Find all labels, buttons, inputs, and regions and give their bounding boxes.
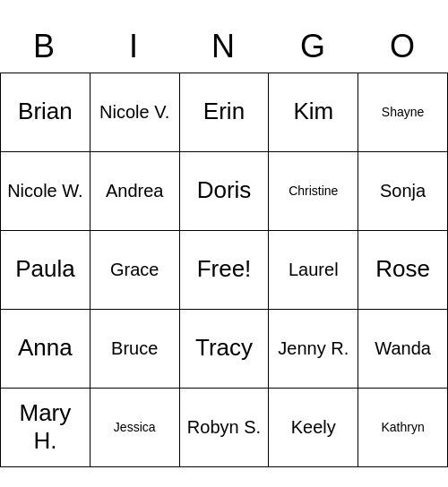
header-letter-g: G	[269, 21, 358, 73]
header-letter-n: N	[179, 21, 269, 73]
cell-text-6: Andrea	[106, 180, 164, 201]
bingo-cell-21: Jessica	[90, 389, 180, 467]
bingo-cell-13: Laurel	[269, 231, 358, 310]
bingo-cell-20: Mary H.	[1, 389, 90, 467]
header-letter-o: O	[358, 21, 448, 73]
bingo-cell-0: Brian	[1, 73, 90, 152]
cell-text-2: Erin	[203, 98, 245, 125]
cell-text-19: Wanda	[375, 337, 431, 359]
bingo-cell-19: Wanda	[358, 310, 448, 389]
bingo-cell-18: Jenny R.	[269, 310, 358, 389]
bingo-cell-22: Robyn S.	[180, 389, 270, 467]
bingo-cell-8: Christine	[269, 152, 358, 231]
bingo-cell-11: Grace	[90, 231, 180, 310]
bingo-cell-1: Nicole V.	[90, 73, 180, 152]
cell-text-13: Laurel	[289, 259, 339, 280]
cell-text-7: Doris	[197, 176, 252, 204]
bingo-cell-24: Kathryn	[358, 389, 448, 467]
cell-text-4: Shayne	[382, 105, 424, 120]
bingo-cell-12: Free!	[180, 231, 270, 310]
cell-text-3: Kim	[293, 98, 333, 125]
bingo-header: BINGO	[0, 21, 448, 73]
cell-text-22: Robyn S.	[187, 416, 261, 438]
bingo-cell-17: Tracy	[180, 310, 270, 389]
bingo-card: BINGO BrianNicole V.ErinKimShayneNicole …	[0, 21, 448, 467]
bingo-cell-6: Andrea	[90, 152, 180, 231]
cell-text-24: Kathryn	[381, 420, 424, 435]
bingo-cell-5: Nicole W.	[1, 152, 90, 231]
bingo-cell-4: Shayne	[358, 73, 448, 152]
cell-text-21: Jessica	[114, 420, 156, 435]
bingo-cell-7: Doris	[180, 152, 270, 231]
cell-text-12: Free!	[197, 255, 252, 283]
cell-text-1: Nicole V.	[99, 101, 169, 123]
cell-text-20: Mary H.	[4, 399, 86, 455]
header-letter-b: B	[0, 21, 90, 73]
cell-text-9: Sonja	[380, 180, 426, 201]
cell-text-11: Grace	[110, 259, 159, 280]
cell-text-5: Nicole W.	[7, 180, 82, 201]
bingo-cell-10: Paula	[1, 231, 90, 310]
bingo-cell-14: Rose	[358, 231, 448, 310]
bingo-cell-3: Kim	[269, 73, 358, 152]
cell-text-10: Paula	[15, 255, 75, 283]
bingo-cell-2: Erin	[180, 73, 270, 152]
cell-text-16: Bruce	[111, 337, 158, 359]
cell-text-14: Rose	[375, 255, 430, 283]
cell-text-23: Keely	[291, 416, 336, 438]
header-letter-i: I	[90, 21, 179, 73]
bingo-cell-23: Keely	[269, 389, 358, 467]
cell-text-8: Christine	[289, 184, 338, 199]
bingo-grid: BrianNicole V.ErinKimShayneNicole W.Andr…	[0, 73, 448, 467]
bingo-cell-16: Bruce	[90, 310, 180, 389]
cell-text-15: Anna	[18, 334, 73, 362]
cell-text-0: Brian	[18, 98, 73, 125]
cell-text-18: Jenny R.	[278, 337, 349, 359]
bingo-cell-15: Anna	[1, 310, 90, 389]
cell-text-17: Tracy	[195, 334, 253, 362]
bingo-cell-9: Sonja	[358, 152, 448, 231]
